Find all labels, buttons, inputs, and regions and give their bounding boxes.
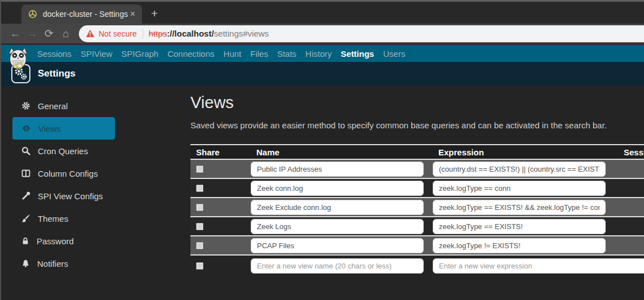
table-row — [190, 198, 644, 217]
url-divider — [143, 29, 143, 39]
views-description: Saved views provide an easier method to … — [190, 120, 644, 130]
new-view-share-checkbox[interactable] — [196, 262, 203, 270]
view-name-input[interactable] — [251, 200, 424, 215]
sidebar-item-views[interactable]: Views — [12, 117, 115, 140]
home-icon[interactable]: ⌂ — [57, 28, 74, 40]
nav-item-connections[interactable]: Connections — [167, 49, 214, 59]
eyedropper-icon — [21, 191, 30, 200]
sidebar-item-label: Password — [37, 236, 74, 246]
columns-icon — [21, 169, 30, 178]
settings-sidebar: General Views Cron Queries — [1, 86, 190, 298]
page-header: Settings — [1, 62, 644, 86]
header-sessions: Sessions — [618, 147, 644, 157]
nav-item-history[interactable]: History — [305, 49, 332, 59]
view-expression-input[interactable] — [433, 238, 606, 253]
view-expression-input[interactable] — [433, 181, 606, 196]
app-navbar: Sessions SPIView SPIGraph Connections Hu… — [1, 45, 644, 62]
gear-icon — [21, 101, 30, 110]
nav-item-spigraph[interactable]: SPIGraph — [121, 49, 158, 59]
new-view-name-input[interactable] — [251, 258, 424, 274]
sidebar-item-spi-view-configs[interactable]: SPI View Configs — [12, 185, 115, 207]
sidebar-item-column-configs[interactable]: Column Configs — [12, 162, 115, 185]
paintbrush-icon — [21, 214, 30, 223]
browser-tab[interactable]: docker-cluster - Settings × — [21, 5, 142, 24]
browser-tab-strip: docker-cluster - Settings × + — [1, 0, 644, 24]
sidebar-item-label: Views — [38, 124, 61, 133]
nav-item-sessions[interactable]: Sessions — [37, 49, 72, 59]
url-scheme: https — [149, 29, 167, 38]
nav-item-settings[interactable]: Settings — [341, 49, 374, 59]
sidebar-item-password[interactable]: Password — [12, 230, 115, 252]
favicon-icon — [28, 10, 37, 19]
new-tab-button[interactable]: + — [151, 7, 158, 20]
page-title: Settings — [38, 68, 75, 79]
warning-triangle-icon — [86, 29, 95, 38]
sidebar-item-label: Notifiers — [37, 259, 68, 268]
sidebar-item-label: SPI View Configs — [38, 191, 103, 201]
view-expression-input[interactable] — [433, 219, 606, 234]
view-name-input[interactable] — [251, 219, 424, 234]
table-row — [190, 160, 644, 179]
tab-title: docker-cluster - Settings — [43, 10, 128, 19]
view-name-input[interactable] — [251, 238, 424, 253]
view-name-input[interactable] — [251, 162, 424, 177]
sidebar-item-cron-queries[interactable]: Cron Queries — [12, 140, 115, 162]
url-path: settings#views — [214, 29, 269, 38]
sidebar-item-general[interactable]: General — [12, 95, 115, 117]
sidebar-item-label: General — [38, 101, 68, 111]
nav-item-hunt[interactable]: Hunt — [224, 49, 242, 59]
view-name-input[interactable] — [251, 181, 424, 196]
forward-icon[interactable]: → — [24, 28, 41, 40]
eye-icon — [21, 124, 31, 133]
share-checkbox[interactable] — [196, 223, 203, 230]
not-secure-label: Not secure — [99, 29, 137, 38]
nav-item-users[interactable]: Users — [383, 49, 405, 59]
share-checkbox[interactable] — [196, 204, 203, 211]
header-expression: Expression — [433, 147, 618, 157]
search-icon — [21, 146, 30, 155]
nav-item-spiview[interactable]: SPIView — [81, 49, 112, 59]
bell-icon — [21, 259, 30, 268]
tab-close-icon[interactable]: × — [128, 9, 137, 19]
sidebar-item-label: Cron Queries — [38, 146, 88, 156]
reload-icon[interactable]: ⟳ — [41, 27, 57, 40]
new-view-expression-input[interactable] — [433, 258, 644, 274]
back-icon[interactable]: ← — [7, 28, 24, 40]
url-host: ://localhost/ — [167, 29, 214, 38]
view-expression-input[interactable] — [433, 200, 606, 215]
header-name: Name — [251, 147, 433, 157]
view-expression-input[interactable] — [433, 162, 606, 177]
sidebar-item-notifiers[interactable]: Notifiers — [12, 252, 115, 275]
share-checkbox[interactable] — [196, 185, 203, 192]
nav-item-files[interactable]: Files — [250, 49, 268, 59]
url-bar[interactable]: Not secure https://localhost/settings#vi… — [79, 25, 644, 42]
lock-icon — [21, 236, 29, 245]
table-row — [190, 179, 644, 198]
table-row — [190, 217, 644, 236]
browser-toolbar: ← → ⟳ ⌂ Not secure https://localhost/set… — [1, 24, 644, 45]
views-title: Views — [190, 93, 644, 112]
nav-item-stats[interactable]: Stats — [277, 49, 296, 59]
share-checkbox[interactable] — [196, 242, 203, 249]
sidebar-item-label: Column Configs — [38, 169, 98, 178]
share-checkbox[interactable] — [196, 165, 203, 173]
views-table-header: Share Name Expression Sessions — [190, 144, 644, 160]
table-row — [190, 236, 644, 256]
owl-logo-icon[interactable] — [7, 47, 29, 71]
new-view-row — [190, 256, 644, 276]
sidebar-item-label: Themes — [38, 214, 68, 223]
header-share: Share — [190, 147, 251, 157]
views-table: Share Name Expression Sessions — [190, 144, 644, 276]
sidebar-item-themes[interactable]: Themes — [12, 207, 115, 230]
